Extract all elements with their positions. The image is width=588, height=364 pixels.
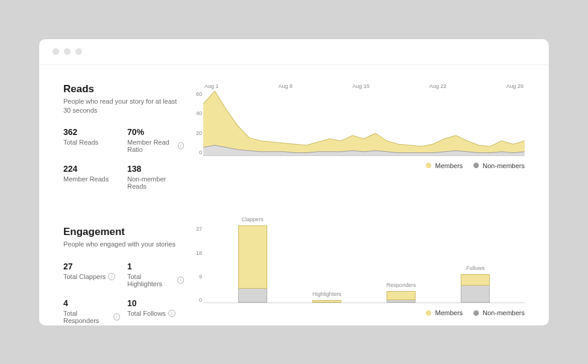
info-icon[interactable]: i [178, 142, 184, 149]
legend-label: Members [435, 309, 463, 316]
bar-segment-nonmembers [387, 300, 416, 303]
stat-value: 362 [63, 127, 120, 137]
bar-segment-nonmembers [461, 286, 490, 303]
bar-segment-nonmembers [238, 289, 267, 303]
titlebar [39, 39, 549, 65]
info-icon[interactable]: i [113, 313, 120, 321]
bar-segment-members [238, 225, 267, 288]
x-tick: Aug 29 [506, 83, 523, 89]
reads-x-ticks: Aug 1 Aug 8 Aug 15 Aug 22 Aug 29 [203, 83, 525, 89]
bar-slot: Responders [364, 226, 438, 303]
stat-label: Member Reads [63, 175, 120, 183]
reads-subtitle: People who read your story for at least … [63, 97, 184, 116]
legend-label: Members [435, 162, 463, 169]
browser-window: Reads People who read your story for at … [39, 39, 549, 325]
y-tick: 40 [194, 110, 202, 116]
stat-label: Total Highlighters i [127, 273, 184, 287]
stat-follows: 10 Total Follows i [127, 298, 184, 324]
stat-total-reads: 362 Total Reads [63, 127, 120, 153]
window-close-icon[interactable] [52, 48, 59, 55]
reads-chart: Aug 1 Aug 8 Aug 15 Aug 22 Aug 29 60 40 2… [203, 83, 525, 190]
stat-value: 10 [127, 298, 184, 308]
bar-label: Highlighters [312, 291, 341, 297]
bar-label: Follows [466, 265, 485, 271]
y-tick: 18 [194, 250, 202, 256]
reads-y-ticks: 60 40 20 0 [194, 91, 202, 156]
bar-label: Clappers [242, 216, 264, 222]
engagement-section: Engagement People who engaged with your … [63, 226, 525, 324]
legend-label: Non-members [482, 162, 525, 169]
swatch-members-icon [426, 310, 431, 316]
info-icon[interactable]: i [177, 277, 184, 284]
legend-members: Members [426, 162, 463, 169]
stat-clappers: 27 Total Clappers i [63, 262, 120, 287]
y-tick: 60 [194, 91, 202, 97]
bar-slot: Clappers [215, 226, 289, 303]
bar [461, 274, 490, 303]
stat-label: Total Responders i [63, 310, 120, 324]
bar [238, 225, 267, 303]
bar-label: Responders [387, 282, 416, 288]
stat-label: Member Read Ratio i [127, 139, 184, 153]
stat-label-text: Total Clappers [63, 273, 106, 280]
stat-label-text: Total Follows [127, 310, 166, 317]
stat-label: Non-member Reads [127, 175, 184, 190]
stat-value: 27 [63, 262, 120, 271]
stat-member-reads: 224 Member Reads [63, 164, 120, 190]
engagement-summary: Engagement People who engaged with your … [63, 226, 184, 324]
legend-nonmembers: Non-members [473, 162, 525, 169]
x-tick: Aug 22 [429, 83, 447, 89]
info-icon[interactable]: i [168, 310, 175, 317]
x-tick: Aug 15 [352, 83, 370, 89]
content: Reads People who read your story for at … [39, 65, 549, 325]
swatch-nonmembers-icon [473, 163, 479, 168]
engagement-title: Engagement [63, 226, 184, 238]
engagement-y-ticks: 27 18 9 0 [194, 226, 202, 303]
y-tick: 0 [194, 149, 202, 155]
stat-value: 1 [127, 262, 184, 271]
window-minimize-icon[interactable] [64, 48, 71, 55]
y-tick: 9 [194, 274, 202, 280]
y-tick: 27 [194, 226, 202, 232]
engagement-stats: 27 Total Clappers i 1 Total Highlighters… [63, 262, 184, 324]
x-tick: Aug 1 [204, 83, 219, 89]
reads-legend: Members Non-members [203, 162, 525, 169]
reads-area-plot: 60 40 20 0 [203, 91, 525, 156]
stat-label-text: Total Responders [63, 310, 111, 324]
bar-segment-members [312, 300, 341, 303]
x-tick: Aug 8 [279, 83, 293, 89]
stat-highlighters: 1 Total Highlighters i [127, 262, 184, 287]
stat-value: 138 [127, 164, 184, 174]
bar-segment-members [461, 274, 490, 286]
engagement-legend: Members Non-members [203, 309, 525, 316]
stat-member-ratio: 70% Member Read Ratio i [127, 127, 184, 153]
stat-value: 224 [63, 164, 120, 174]
legend-nonmembers: Non-members [473, 309, 525, 316]
stat-label: Total Reads [63, 139, 120, 146]
stat-label-text: Total Highlighters [127, 273, 175, 287]
reads-summary: Reads People who read your story for at … [63, 83, 184, 190]
reads-stats: 362 Total Reads 70% Member Read Ratio i … [63, 127, 184, 190]
area-svg [203, 91, 525, 156]
swatch-members-icon [426, 163, 431, 168]
bar [387, 291, 416, 303]
legend-label: Non-members [482, 309, 525, 316]
legend-members: Members [426, 309, 463, 316]
bar-segment-members [387, 291, 416, 300]
engagement-chart: 27 18 9 0 ClappersHighlightersResponders… [203, 226, 525, 324]
bar-slot: Highlighters [289, 226, 364, 303]
stat-label: Total Clappers i [63, 273, 120, 280]
stat-label-text: Member Read Ratio [127, 139, 175, 153]
window-zoom-icon[interactable] [75, 48, 82, 55]
stat-value: 70% [127, 127, 184, 137]
stat-responders: 4 Total Responders i [63, 298, 120, 324]
bar-slot: Follows [438, 226, 513, 303]
engagement-subtitle: People who engaged with your stories [63, 240, 184, 249]
reads-section: Reads People who read your story for at … [63, 83, 525, 190]
y-tick: 20 [194, 130, 202, 136]
stat-value: 4 [63, 298, 120, 308]
engagement-bar-plot: 27 18 9 0 ClappersHighlightersResponders… [203, 226, 525, 303]
info-icon[interactable]: i [108, 273, 115, 280]
reads-title: Reads [63, 83, 184, 95]
y-tick: 0 [194, 297, 202, 303]
